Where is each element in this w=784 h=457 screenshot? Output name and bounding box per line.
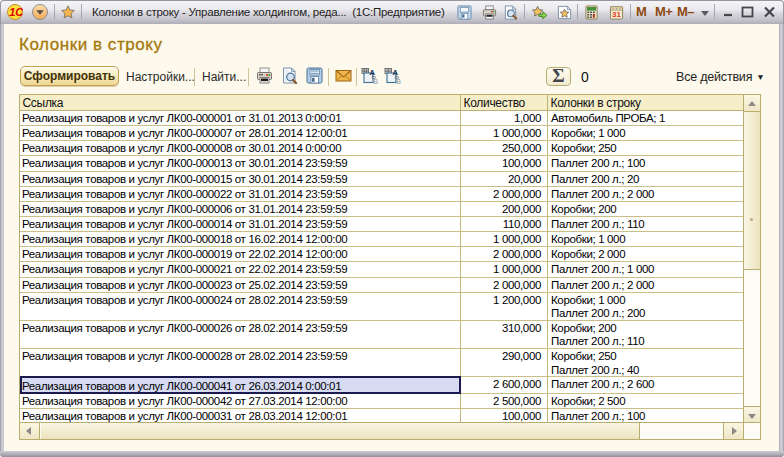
svg-text:В: В [396, 78, 401, 84]
svg-text:1C: 1C [9, 6, 23, 18]
svg-text:31: 31 [612, 10, 621, 19]
svg-text:В: В [373, 78, 378, 84]
